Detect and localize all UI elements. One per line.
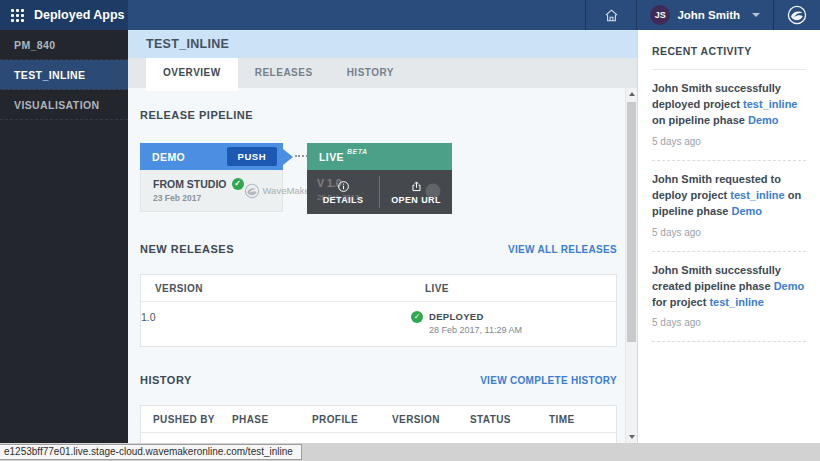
column-version: VERSION	[155, 283, 425, 294]
sidebar-item-pm-840[interactable]: PM_840	[0, 30, 128, 60]
sidebar: PM_840 TEST_INLINE VISUALISATION	[0, 30, 128, 443]
sidebar-item-test-inline[interactable]: TEST_INLINE	[0, 60, 128, 90]
release-status-cell: ✓ DEPLOYED 28 Feb 2017, 11:29 AM	[411, 311, 616, 335]
new-releases-section: NEW RELEASES VIEW ALL RELEASES	[140, 243, 617, 255]
view-all-releases-link[interactable]: VIEW ALL RELEASES	[508, 244, 617, 255]
view-complete-history-link[interactable]: VIEW COMPLETE HISTORY	[480, 375, 617, 386]
table-row: John Smith Live Live 1.0 Deployed 28 Feb…	[141, 433, 616, 443]
history-section: HISTORY VIEW COMPLETE HISTORY	[140, 374, 617, 386]
project-link[interactable]: test_inline	[709, 296, 763, 308]
recent-activity-panel: RECENT ACTIVITY John Smith successfully …	[637, 30, 820, 443]
vertical-scrollbar[interactable]	[625, 88, 637, 443]
activity-timestamp: 5 days ago	[652, 136, 806, 147]
activity-timestamp: 5 days ago	[652, 317, 806, 328]
activity-text: John Smith requested to deploy project t…	[652, 172, 806, 220]
new-releases-table: VERSION LIVE 1.0 ✓ DEPLOYED 28 Feb 2017,…	[140, 274, 617, 347]
activity-item: John Smith successfully deployed project…	[652, 70, 806, 161]
release-pipeline-heading: RELEASE PIPELINE	[140, 109, 253, 121]
details-button[interactable]: DETAILS	[307, 170, 379, 214]
recent-activity-heading: RECENT ACTIVITY	[652, 30, 806, 70]
demo-card-body: FROM STUDIO ✓ 23 Feb 2017 WaveMaker	[140, 170, 283, 212]
project-link[interactable]: test_inline	[743, 98, 797, 110]
main-panel: TEST_INLINE OVERVIEW RELEASES HISTORY RE…	[128, 30, 637, 443]
phase-link[interactable]: Demo	[748, 114, 779, 126]
topbar-actions: JS John Smith	[585, 0, 820, 30]
wave-icon	[244, 183, 260, 199]
tab-history[interactable]: HISTORY	[330, 58, 411, 88]
user-menu[interactable]: JS John Smith	[637, 5, 773, 25]
history-heading: HISTORY	[140, 374, 192, 386]
demo-card-header: DEMO PUSH	[140, 143, 283, 170]
demo-source-block: FROM STUDIO ✓ 23 Feb 2017	[153, 178, 244, 203]
column-time: TIME	[549, 414, 616, 425]
demo-date: 23 Feb 2017	[153, 193, 244, 203]
live-phase-card: LIVE BETA V 1.0 28 Feb 2017	[307, 143, 452, 214]
bottom-bar: © WaveMaker Inc 2015. All rights reserve…	[0, 443, 820, 461]
screen: Deployed Apps JS John Smith	[0, 0, 820, 461]
activity-separator	[652, 341, 806, 342]
beta-badge: BETA	[347, 148, 368, 155]
activity-timestamp: 5 days ago	[652, 227, 806, 238]
status-link-preview: e1253bff77e01.live.stage-cloud.wavemaker…	[0, 444, 302, 460]
table-header-row: PUSHED BY PHASE PROFILE VERSION STATUS T…	[141, 406, 616, 433]
demo-source-label: FROM STUDIO	[153, 178, 227, 190]
activity-text: John Smith successfully created pipeline…	[652, 263, 806, 311]
deployed-check-icon: ✓	[411, 311, 423, 323]
avatar: JS	[650, 5, 670, 25]
table-header-row: VERSION LIVE	[141, 275, 616, 302]
phase-link[interactable]: Demo	[774, 280, 805, 292]
release-pipeline-section: RELEASE PIPELINE	[140, 109, 617, 121]
column-pushed-by: PUSHED BY	[153, 414, 232, 425]
demo-phase-card: DEMO PUSH FROM STUDIO ✓ 23 Feb 2017	[140, 143, 283, 212]
release-status-block: DEPLOYED 28 Feb 2017, 11:29 AM	[429, 311, 522, 335]
topbar: Deployed Apps JS John Smith	[0, 0, 820, 30]
overview-content: RELEASE PIPELINE DEMO PUSH FROM STUDIO ✓	[128, 88, 625, 443]
tab-overview[interactable]: OVERVIEW	[146, 58, 238, 91]
scroll-up-arrow[interactable]	[626, 88, 637, 100]
wavemaker-brand-mark: WaveMaker	[244, 183, 313, 199]
pipeline-cards: DEMO PUSH FROM STUDIO ✓ 23 Feb 2017	[140, 143, 617, 214]
page-title: TEST_INLINE	[128, 30, 637, 58]
wavemaker-logo-icon[interactable]	[774, 5, 820, 25]
live-phase-label: LIVE	[319, 151, 344, 163]
scrollbar-thumb[interactable]	[627, 102, 636, 342]
column-profile: PROFILE	[312, 414, 392, 425]
project-link[interactable]: test_inline	[730, 189, 784, 201]
activity-text: John Smith successfully deployed project…	[652, 81, 806, 129]
column-version: VERSION	[392, 414, 470, 425]
activity-item: John Smith requested to deploy project t…	[652, 161, 806, 252]
column-phase: PHASE	[232, 414, 312, 425]
activity-item: John Smith successfully created pipeline…	[652, 252, 806, 343]
new-releases-heading: NEW RELEASES	[140, 243, 234, 255]
user-name: John Smith	[677, 9, 740, 21]
table-row: 1.0 ✓ DEPLOYED 28 Feb 2017, 11:29 AM	[141, 302, 616, 346]
app-title: Deployed Apps	[34, 8, 125, 22]
info-icon	[337, 180, 350, 193]
status-badge: DEPLOYED	[429, 311, 522, 322]
sidebar-item-visualisation[interactable]: VISUALISATION	[0, 90, 128, 120]
tab-releases[interactable]: RELEASES	[238, 58, 330, 88]
push-button[interactable]: PUSH	[227, 147, 277, 166]
release-version: 1.0	[141, 311, 411, 323]
home-icon[interactable]	[586, 7, 636, 24]
history-table: PUSHED BY PHASE PROFILE VERSION STATUS T…	[140, 405, 617, 443]
deploy-time: 28 Feb 2017, 11:29 AM	[429, 325, 522, 335]
scroll-down-arrow[interactable]	[626, 431, 637, 443]
live-card-header: LIVE BETA	[307, 143, 452, 170]
live-actions-overlay: DETAILS OPEN URL	[307, 170, 452, 214]
wavemaker-brand-label: WaveMaker	[263, 185, 313, 196]
open-external-icon	[410, 180, 423, 193]
apps-grid-icon[interactable]	[11, 9, 24, 22]
success-check-icon: ✓	[232, 178, 244, 190]
column-status: STATUS	[470, 414, 549, 425]
column-live: LIVE	[425, 283, 616, 294]
tabstrip: OVERVIEW RELEASES HISTORY	[128, 58, 637, 88]
chevron-down-icon	[752, 13, 760, 17]
phase-link[interactable]: Demo	[731, 205, 762, 217]
open-url-button[interactable]: OPEN URL	[380, 170, 452, 214]
pipeline-arrow	[283, 149, 293, 165]
app-brand: Deployed Apps	[0, 0, 128, 30]
demo-phase-label: DEMO	[152, 151, 185, 163]
live-card-body: V 1.0 28 Feb 2017	[307, 170, 452, 214]
